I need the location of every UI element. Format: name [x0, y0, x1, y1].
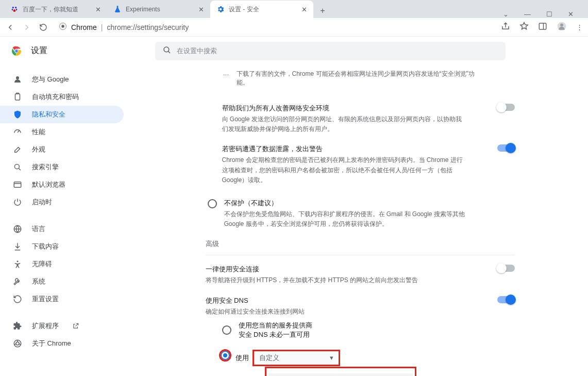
row-title: 帮助我们为所有人改善网络安全环境 — [222, 104, 464, 113]
sidebar-item-reset[interactable]: 重置设置 — [0, 290, 124, 308]
chrome-badge-icon — [59, 22, 67, 32]
brush-icon — [12, 145, 23, 154]
sidebar-item-label: 外观 — [32, 145, 45, 154]
settings-title: 设置 — [31, 45, 47, 56]
sidebar-item-downloads[interactable]: 下载内容 — [0, 238, 124, 255]
dns-provider-select[interactable]: 自定义 ▾ — [254, 351, 339, 365]
close-window-icon[interactable]: ✕ — [568, 10, 574, 18]
sidebar-item-you-google[interactable]: 您与 Google — [0, 71, 124, 88]
sidebar-item-about[interactable]: 关于 Chrome — [0, 335, 124, 352]
chevron-down-icon: ▾ — [330, 354, 333, 362]
radio-dns-current[interactable] — [222, 325, 231, 335]
settings-search[interactable]: 在设置中搜索 — [155, 42, 506, 60]
row-desc: 不会保护您免受危险网站、下载内容和扩展程序的侵害。在 Gmail 和 Googl… — [224, 209, 466, 229]
speed-icon — [12, 127, 23, 137]
sidebar-item-appearance[interactable]: 外观 — [0, 141, 124, 158]
row-desc: 向 Google 发送您访问的部分网页的网址、有限的系统信息以及部分网页内容，以… — [222, 115, 464, 134]
chevron-down-icon[interactable]: ⌄ — [503, 10, 509, 18]
sidebar-item-label: 重置设置 — [32, 295, 59, 304]
svg-point-22 — [17, 260, 19, 262]
url-path: chrome://settings/security — [107, 23, 189, 31]
sidebar-item-label: 关于 Chrome — [32, 339, 71, 348]
dns-custom-label: 使用 — [236, 353, 249, 363]
sidebar-item-extensions[interactable]: 扩展程序 — [0, 317, 124, 335]
forward-button[interactable] — [22, 22, 32, 32]
address-bar[interactable]: Chrome | chrome://settings/security — [55, 20, 495, 35]
sidebar-item-startup[interactable]: 启动时 — [0, 193, 124, 211]
sidebar-item-system[interactable]: 系统 — [0, 273, 124, 290]
svg-point-17 — [14, 164, 19, 169]
sidebar-item-search[interactable]: 搜索引擎 — [0, 158, 124, 176]
row-desc: 安全 DNS 未必一直可用 — [239, 330, 312, 339]
svg-line-18 — [19, 168, 21, 170]
sidebar-item-a11y[interactable]: 无障碍 — [0, 255, 124, 273]
sidebar-item-autofill[interactable]: 自动填充和密码 — [0, 88, 124, 106]
sidebar-item-label: 系统 — [32, 277, 45, 286]
tab-strip: 百度一下，你就知道 ✕ Experiments ✕ 设置 - 安全 ✕ + ⌄ … — [0, 0, 588, 18]
reload-button[interactable] — [38, 22, 48, 32]
radio-no-protection[interactable] — [208, 199, 217, 208]
svg-point-9 — [560, 24, 563, 27]
settings-header: 设置 在设置中搜索 — [0, 37, 588, 66]
svg-point-12 — [15, 49, 19, 53]
row-title: 使用安全 DNS — [206, 296, 305, 305]
settings-sidebar: 您与 Google 自动填充和密码 隐私和安全 性能 外观 搜索引擎 默认浏览器… — [0, 66, 132, 376]
search-placeholder: 在设置中搜索 — [177, 46, 217, 56]
svg-point-15 — [16, 76, 19, 79]
sidebar-item-default[interactable]: 默认浏览器 — [0, 176, 124, 193]
radio-dns-custom[interactable] — [221, 351, 230, 360]
minimize-icon[interactable]: ― — [524, 10, 531, 18]
toggle-secure-dns[interactable] — [497, 296, 515, 303]
power-icon — [12, 198, 23, 207]
toggle-always-https[interactable] — [497, 265, 515, 272]
clipboard-icon — [12, 92, 23, 102]
toggle-help-improve[interactable] — [497, 104, 515, 111]
new-tab-button[interactable]: + — [315, 4, 330, 18]
content-area[interactable]: … 下载了有害的文件，Chrome 可能还会将相应网址连同少量网页内容发送给“安… — [132, 66, 588, 376]
sidebar-item-label: 扩展程序 — [32, 321, 59, 331]
close-icon[interactable]: ✕ — [198, 6, 204, 13]
bookmark-icon[interactable] — [519, 22, 529, 32]
more-icon: … — [223, 70, 229, 87]
svg-point-2 — [12, 9, 13, 10]
row-desc: Chrome 会定期检查您的密码是否已被列在网上发布的外泄密码列表内。当 Chr… — [222, 155, 464, 185]
tab-baidu[interactable]: 百度一下，你就知道 ✕ — [4, 1, 107, 18]
search-icon — [12, 162, 23, 172]
close-icon[interactable]: ✕ — [301, 6, 307, 13]
baidu-icon — [10, 5, 19, 13]
svg-point-1 — [15, 7, 16, 8]
maximize-icon[interactable]: ☐ — [546, 10, 552, 18]
sidebar-item-privacy[interactable]: 隐私和安全 — [0, 106, 124, 123]
svg-point-5 — [61, 25, 64, 27]
sidebar-item-label: 性能 — [32, 127, 45, 137]
chrome-logo-icon — [10, 45, 23, 57]
sidebar-item-label: 语言 — [32, 224, 45, 234]
profile-icon[interactable] — [557, 21, 567, 33]
sidebar-item-label: 您与 Google — [32, 75, 69, 84]
wrench-icon — [12, 277, 23, 286]
dns-custom-input[interactable] — [268, 373, 413, 376]
sidebar-item-label: 启动时 — [32, 198, 52, 207]
sidebar-item-label: 无障碍 — [32, 259, 52, 269]
share-icon[interactable] — [501, 22, 510, 32]
tab-experiments[interactable]: Experiments ✕ — [107, 1, 210, 18]
globe-icon — [12, 224, 23, 234]
row-no-protection[interactable]: 不保护（不建议） 不会保护您免受危险网站、下载内容和扩展程序的侵害。在 Gmai… — [206, 193, 515, 234]
sidepanel-icon[interactable] — [538, 22, 547, 32]
close-icon[interactable]: ✕ — [95, 6, 101, 13]
kebab-menu-icon[interactable]: ⋮ — [576, 23, 583, 31]
sidebar-item-lang[interactable]: 语言 — [0, 220, 124, 238]
svg-line-14 — [168, 51, 170, 53]
sidebar-item-perf[interactable]: 性能 — [0, 123, 124, 141]
back-button[interactable] — [5, 22, 15, 32]
tab-settings[interactable]: 设置 - 安全 ✕ — [210, 1, 313, 18]
toggle-password-leak[interactable] — [497, 144, 515, 152]
row-secure-dns: 使用安全 DNS 确定如何通过安全连接来连接到网站 — [206, 289, 515, 318]
dns-option-current[interactable]: 使用您当前的服务提供商 安全 DNS 未必一直可用 — [222, 318, 515, 342]
row-desc: 将导航路径升级到 HTTPS，并在加载不支持 HTTPS 的网站之前向您发出警告 — [206, 275, 418, 285]
svg-rect-16 — [15, 94, 20, 100]
row-title: 若密码遭遇了数据泄露，发出警告 — [222, 144, 464, 154]
person-icon — [12, 75, 23, 84]
dns-option-custom[interactable]: 使用 自定义 ▾ — [222, 342, 515, 368]
tab-title: 百度一下，你就知道 — [23, 5, 91, 14]
